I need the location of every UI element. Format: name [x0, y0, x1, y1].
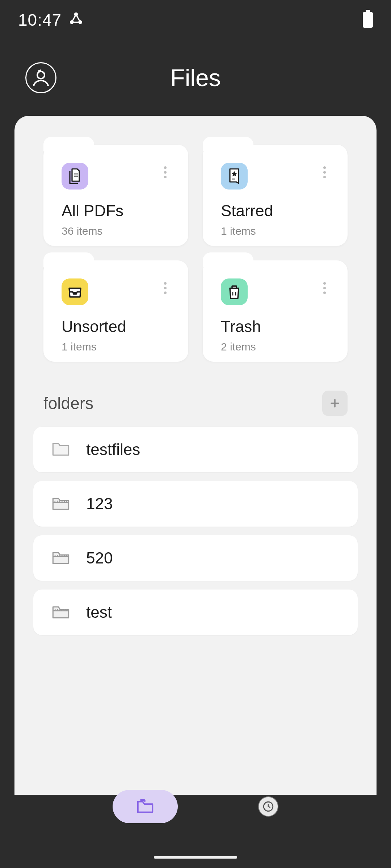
category-count: 2 items	[221, 341, 329, 353]
category-grid: All PDFs 36 items Starred 1 items	[14, 145, 377, 391]
folder-item-123[interactable]: 123	[33, 481, 358, 527]
battery-icon	[363, 12, 373, 28]
folder-open-icon	[51, 549, 70, 567]
folders-header: folders	[14, 391, 377, 427]
sync-icon	[69, 12, 83, 28]
category-count: 1 items	[62, 341, 170, 353]
folder-icon	[51, 441, 70, 458]
category-unsorted[interactable]: Unsorted 1 items	[43, 260, 188, 362]
folder-label: test	[86, 603, 112, 621]
folder-label: testfiles	[86, 441, 140, 459]
tray-icon	[62, 278, 88, 305]
category-label: Trash	[221, 318, 329, 336]
add-folder-button[interactable]	[322, 391, 348, 416]
page-title: Files	[170, 64, 220, 92]
app-header: Files	[0, 40, 391, 116]
status-time: 10:47	[18, 10, 62, 30]
folders-title: folders	[43, 393, 93, 413]
star-doc-icon	[221, 163, 248, 190]
trash-icon	[221, 278, 248, 305]
more-button[interactable]	[160, 278, 170, 298]
folder-label: 123	[86, 495, 113, 513]
documents-icon	[62, 163, 88, 190]
folder-open-icon	[51, 604, 70, 621]
nav-files-tab[interactable]	[113, 790, 178, 823]
nav-recent-tab[interactable]	[258, 796, 278, 817]
svg-point-2	[79, 21, 81, 24]
home-indicator[interactable]	[154, 856, 237, 859]
more-button[interactable]	[320, 163, 329, 182]
svg-point-3	[37, 72, 45, 79]
folders-list: testfiles 123 520	[14, 427, 377, 635]
bottom-nav	[0, 785, 391, 828]
status-bar: 10:47	[0, 0, 391, 40]
category-label: Starred	[221, 202, 329, 220]
category-count: 36 items	[62, 225, 170, 237]
folder-item-test[interactable]: test	[33, 590, 358, 635]
svg-point-0	[75, 13, 77, 16]
more-button[interactable]	[160, 163, 170, 182]
folder-label: 520	[86, 549, 113, 567]
category-trash[interactable]: Trash 2 items	[203, 260, 348, 362]
category-label: All PDFs	[62, 202, 170, 220]
category-all-pdfs[interactable]: All PDFs 36 items	[43, 145, 188, 246]
more-button[interactable]	[320, 278, 329, 298]
avatar[interactable]	[25, 62, 56, 93]
folder-item-520[interactable]: 520	[33, 535, 358, 581]
folder-open-icon	[51, 495, 70, 512]
main-panel: All PDFs 36 items Starred 1 items	[14, 116, 377, 795]
category-label: Unsorted	[62, 318, 170, 336]
category-count: 1 items	[221, 225, 329, 237]
category-starred[interactable]: Starred 1 items	[203, 145, 348, 246]
svg-point-1	[71, 21, 73, 24]
folder-item-testfiles[interactable]: testfiles	[33, 427, 358, 472]
